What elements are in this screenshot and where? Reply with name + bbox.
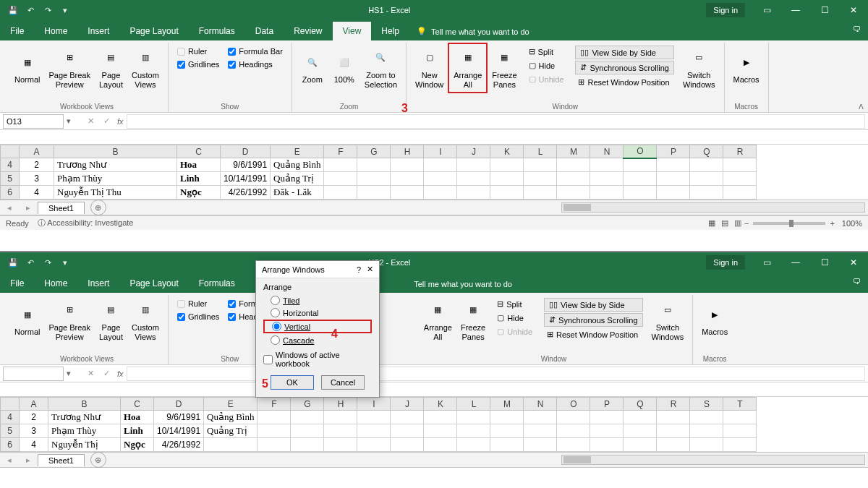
redo-icon[interactable]: ↷	[41, 255, 55, 270]
undo-icon[interactable]: ↶	[23, 255, 38, 270]
sheet-tab-1[interactable]: Sheet1	[38, 454, 85, 466]
collapse-ribbon-icon[interactable]: ᐱ	[859, 103, 864, 111]
headings-checkbox[interactable]: Headings	[228, 60, 283, 69]
undo-icon[interactable]: ↶	[23, 3, 38, 17]
tab-view[interactable]: View	[333, 22, 372, 40]
confirm-entry-icon[interactable]: ✓	[98, 369, 114, 378]
split-button[interactable]: ⊟Split	[526, 46, 567, 58]
minimize-icon[interactable]: —	[781, 252, 810, 273]
cancel-entry-icon[interactable]: ✕	[82, 116, 98, 126]
close-icon[interactable]: ✕	[839, 0, 868, 20]
tab-nav-next-icon[interactable]: ▸	[19, 455, 38, 465]
tab-home[interactable]: Home	[34, 22, 77, 40]
radio-horizontal[interactable]: Horizontal	[263, 307, 372, 319]
dialog-close-icon[interactable]: ✕	[367, 265, 373, 274]
page-layout-button[interactable]: ▤Page Layout	[95, 43, 127, 93]
tab-formulas[interactable]: Formulas	[189, 274, 245, 293]
cancel-button[interactable]: Cancel	[321, 375, 365, 390]
accessibility-status[interactable]: ⓘ Accessibility: Investigate	[38, 218, 134, 228]
macros-button[interactable]: ▶Macros	[697, 295, 732, 346]
hide-button[interactable]: ▢Hide	[526, 59, 567, 72]
arrange-all-button[interactable]: ▦Arrange All	[420, 295, 456, 346]
tab-insert[interactable]: Insert	[77, 274, 119, 293]
tab-review[interactable]: Review	[284, 22, 332, 40]
synchronous-scrolling-button[interactable]: ⇵Synchronous Scrolling	[575, 61, 673, 74]
add-sheet-button[interactable]: ⊕	[90, 452, 106, 468]
split-button[interactable]: ⊟Split	[494, 298, 535, 310]
cancel-entry-icon[interactable]: ✕	[82, 369, 98, 378]
switch-windows-button[interactable]: ▭Switch Windows	[678, 43, 720, 93]
new-window-button[interactable]: ▢New Window	[411, 43, 448, 93]
arrange-all-button[interactable]: ▦Arrange All	[448, 43, 488, 93]
page-layout-button[interactable]: ▤Page Layout	[95, 295, 127, 346]
tab-nav-prev-icon[interactable]: ◂	[0, 455, 19, 465]
formula-input[interactable]	[127, 114, 865, 129]
active-workbook-checkbox[interactable]: Windows of active workbook	[263, 351, 372, 368]
tab-formulas[interactable]: Formulas	[189, 22, 245, 40]
view-side-by-side-button[interactable]: ▯▯View Side by Side	[575, 46, 673, 59]
view-side-by-side-button[interactable]: ▯▯View Side by Side	[544, 298, 642, 312]
maximize-icon[interactable]: ☐	[810, 252, 839, 273]
ruler-checkbox[interactable]: Ruler	[177, 299, 219, 308]
confirm-entry-icon[interactable]: ✓	[98, 116, 114, 126]
tab-nav-prev-icon[interactable]: ◂	[0, 203, 19, 213]
hide-button[interactable]: ▢Hide	[494, 312, 535, 324]
horizontal-scrollbar[interactable]	[561, 455, 865, 465]
tab-home[interactable]: Home	[34, 274, 77, 293]
signin-button[interactable]: Sign in	[706, 255, 745, 270]
tab-file[interactable]: File	[0, 22, 34, 40]
ribbon-options-icon[interactable]: ▭	[752, 0, 781, 20]
tab-pagelayout[interactable]: Page Layout	[119, 22, 188, 40]
zoom-slider[interactable]	[753, 222, 825, 225]
ruler-checkbox[interactable]: Ruler	[177, 47, 219, 56]
add-sheet-button[interactable]: ⊕	[90, 200, 106, 215]
page-break-preview-button[interactable]: ⊞Page Break Preview	[44, 295, 94, 346]
radio-tiled[interactable]: Tiled	[263, 294, 372, 307]
zoom-button[interactable]: 🔍Zoom	[297, 43, 328, 93]
qat-customize-icon[interactable]: ▾	[58, 3, 72, 17]
save-icon[interactable]: 💾	[6, 3, 20, 17]
reset-window-position-button[interactable]: ⊞Reset Window Position	[575, 76, 673, 88]
macros-button[interactable]: ▶Macros	[729, 43, 764, 93]
radio-vertical[interactable]: Vertical	[263, 320, 372, 333]
ok-button[interactable]: OK	[271, 375, 314, 390]
zoom-to-selection-button[interactable]: 🔍Zoom to Selection	[360, 43, 401, 93]
normal-view-button[interactable]: ▦Normal	[10, 295, 44, 346]
gridlines-checkbox[interactable]: Gridlines	[177, 312, 219, 321]
close-icon[interactable]: ✕	[839, 252, 868, 273]
namebox-arrow-icon[interactable]: ▾	[64, 369, 74, 378]
signin-button[interactable]: Sign in	[706, 3, 745, 17]
sheet-tab-1[interactable]: Sheet1	[38, 202, 85, 214]
minimize-icon[interactable]: —	[781, 0, 810, 20]
namebox-arrow-icon[interactable]: ▾	[64, 116, 74, 126]
view-pagebreak-icon[interactable]: ▥	[734, 218, 741, 228]
name-box[interactable]: O13	[3, 114, 64, 129]
custom-views-button[interactable]: ▥Custom Views	[127, 295, 163, 346]
tell-me-search[interactable]: 💡 Tell me what you want to do	[409, 22, 537, 40]
formulabar-checkbox[interactable]: Formula Bar	[228, 47, 283, 56]
tab-pagelayout[interactable]: Page Layout	[119, 274, 188, 293]
zoom-out-icon[interactable]: −	[744, 219, 749, 228]
share-icon[interactable]: 🗨	[853, 25, 861, 33]
tab-nav-next-icon[interactable]: ▸	[19, 203, 38, 213]
custom-views-button[interactable]: ▥Custom Views	[127, 43, 163, 93]
view-pagelayout-icon[interactable]: ▤	[721, 218, 728, 228]
freeze-panes-button[interactable]: ▦Freeze Panes	[456, 295, 490, 346]
tab-insert[interactable]: Insert	[77, 22, 119, 40]
ribbon-options-icon[interactable]: ▭	[752, 252, 781, 273]
tell-me-search[interactable]: Tell me what you want to do	[407, 275, 519, 293]
synchronous-scrolling-button[interactable]: ⇵Synchronous Scrolling	[544, 313, 642, 327]
normal-view-button[interactable]: ▦Normal	[10, 43, 44, 93]
tab-file[interactable]: File	[0, 274, 34, 293]
tab-data[interactable]: Data	[245, 22, 284, 40]
zoom-100-button[interactable]: ⬜100%	[328, 43, 360, 93]
dialog-help-icon[interactable]: ?	[357, 265, 361, 274]
spreadsheet-grid-2[interactable]: ABCDEFGHIJKLMNOPQRST42Trương NhưHoa9/6/1…	[0, 397, 868, 452]
qat-customize-icon[interactable]: ▾	[58, 255, 72, 270]
fx-icon[interactable]: fx	[117, 369, 124, 378]
fx-icon[interactable]: fx	[117, 117, 124, 126]
maximize-icon[interactable]: ☐	[810, 0, 839, 20]
tab-help[interactable]: Help	[371, 22, 409, 40]
page-break-preview-button[interactable]: ⊞Page Break Preview	[44, 43, 94, 93]
radio-cascade[interactable]: Cascade	[263, 334, 372, 346]
